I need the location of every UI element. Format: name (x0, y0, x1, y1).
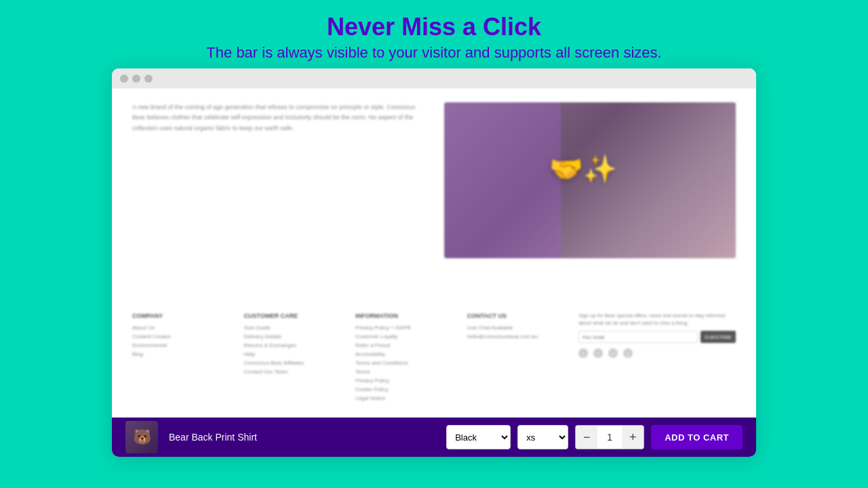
product-thumb-icon: 🐻 (133, 428, 151, 446)
shirt-graphic: 🤝✨ (549, 153, 631, 207)
footer-item: Environmental (132, 342, 237, 348)
product-image-container: 🤝✨ (444, 102, 736, 258)
product-section: A new brand of the coming of age generat… (112, 89, 756, 272)
footer-col-info: INFORMATION Privacy Policy + GDPR Custom… (355, 312, 460, 404)
footer-item: Accessibility (355, 351, 460, 357)
footer-item: Conscious Bear Affiliates (244, 360, 349, 366)
sticky-add-to-cart-bar: 🐻 Bear Back Print Shirt Black White Navy… (112, 418, 756, 457)
footer-col-contact: CONTACT US Live Chat Available hello@con… (467, 312, 572, 404)
newsletter-text: Sign up for Bear special offers, news an… (578, 312, 736, 327)
footer-item: Size Guide (244, 325, 349, 331)
page-subtitle: The bar is always visible to your visito… (0, 44, 868, 62)
footer-item: Contact Our Team (244, 369, 349, 375)
size-select[interactable]: xs s m l xl (517, 425, 568, 449)
header-section: Never Miss a Click The bar is always vis… (0, 0, 868, 68)
footer-item: Terms (355, 369, 460, 375)
footer-col-customer-title: CUSTOMER CARE (244, 312, 349, 319)
add-to-cart-button[interactable]: ADD TO CART (651, 425, 743, 449)
quantity-increase-button[interactable]: + (622, 425, 644, 449)
product-thumbnail: 🐻 (125, 421, 158, 453)
footer-item: Blog (132, 351, 237, 357)
page-title: Never Miss a Click (0, 12, 868, 41)
product-description: A new brand of the coming of age generat… (132, 102, 424, 258)
footer-item: About Us (132, 325, 237, 331)
footer-col-contact-title: CONTACT US (467, 312, 572, 319)
newsletter-email-input[interactable] (578, 331, 697, 343)
color-select[interactable]: Black White Navy Grey (446, 425, 511, 449)
social-icons: f t in y (578, 348, 736, 358)
section-spacer (112, 272, 756, 306)
browser-window: A new brand of the coming of age generat… (112, 68, 756, 457)
facebook-icon: f (578, 348, 588, 358)
footer-item: Terms and Conditions (355, 360, 460, 366)
browser-dot-green (144, 75, 153, 83)
footer-item: Privacy Policy (355, 378, 460, 384)
browser-dot-yellow (132, 75, 140, 83)
footer-area: COMPANY About Us Content Creator Environ… (112, 306, 756, 418)
footer-item: Customer Loyalty (355, 333, 460, 340)
twitter-icon: t (593, 348, 603, 358)
footer-col-company-title: COMPANY (132, 312, 237, 319)
footer-item: Cookie Policy (355, 386, 460, 392)
footer-item: Help (244, 351, 349, 357)
footer-item: Legal Notice (355, 395, 460, 401)
newsletter-subscribe-button[interactable]: SUBSCRIBE (701, 331, 736, 343)
footer-item: Live Chat Available (467, 325, 572, 331)
browser-titlebar (112, 68, 756, 89)
footer-col-company: COMPANY About Us Content Creator Environ… (132, 312, 237, 404)
instagram-icon: in (608, 348, 618, 358)
product-image-placeholder: 🤝✨ (444, 102, 736, 258)
footer-newsletter: Sign up for Bear special offers, news an… (578, 312, 736, 404)
footer-item: Returns & Exchanges (244, 342, 349, 348)
quantity-decrease-button[interactable]: − (576, 425, 597, 449)
browser-content: A new brand of the coming of age generat… (112, 89, 756, 418)
quantity-value: 1 (597, 432, 622, 443)
footer-item: Refer a Friend (355, 342, 460, 348)
handshake-icon: 🤝✨ (549, 154, 617, 184)
footer-item: Content Creator (132, 333, 237, 340)
footer-item: Privacy Policy + GDPR (355, 325, 460, 331)
sticky-product-name: Bear Back Print Shirt (169, 432, 435, 443)
footer-item: hello@consciousbear.com.au (467, 333, 572, 340)
browser-dot-red (120, 75, 128, 83)
youtube-icon: y (623, 348, 633, 358)
bar-controls: Black White Navy Grey xs s m l xl − 1 + … (446, 425, 743, 449)
quantity-control: − 1 + (575, 425, 644, 449)
footer-col-info-title: INFORMATION (355, 312, 460, 319)
footer-item: Delivery Details (244, 333, 349, 340)
footer-col-customer: CUSTOMER CARE Size Guide Delivery Detail… (244, 312, 349, 404)
newsletter-input-row: SUBSCRIBE (578, 331, 736, 343)
